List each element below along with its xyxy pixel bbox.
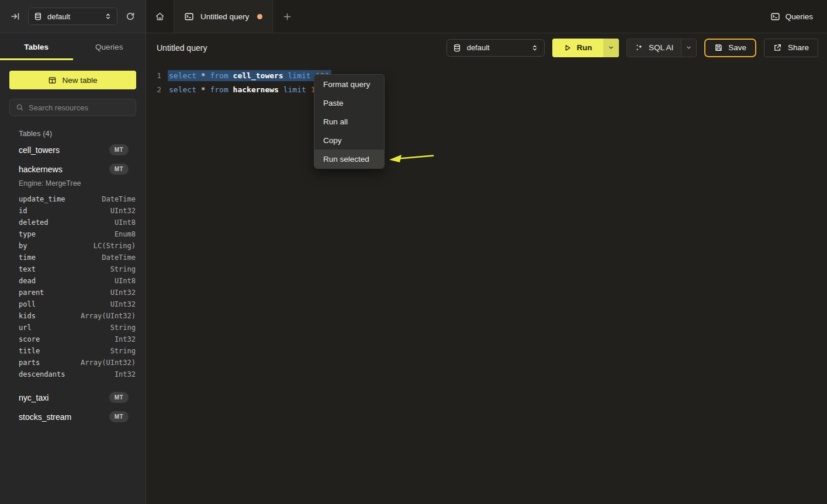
new-tab-button[interactable] xyxy=(273,0,302,33)
sql-editor[interactable]: 1 select * from cell_towers limit 100 2 … xyxy=(146,62,827,504)
editor-lines: 1 select * from cell_towers limit 100 2 … xyxy=(146,68,827,96)
sidebar-tab-queries[interactable]: Queries xyxy=(73,33,146,60)
home-button[interactable] xyxy=(146,0,174,33)
table-engine: Engine: MergeTree xyxy=(0,179,146,192)
sql-ai-button-main[interactable]: SQL AI xyxy=(627,39,681,57)
code-line[interactable]: 1 select * from cell_towers limit 100 xyxy=(146,68,827,82)
schema-column-row: url String xyxy=(19,322,136,333)
table-item: cell_towers MT xyxy=(0,140,146,159)
column-name: kids xyxy=(19,312,36,320)
database-selector-toolbar[interactable]: default xyxy=(447,39,545,57)
table-name: stocks_stream xyxy=(19,412,71,422)
share-button[interactable]: Share xyxy=(764,39,818,57)
queries-panel-button[interactable]: Queries xyxy=(756,0,827,33)
collapse-sidebar-button[interactable] xyxy=(7,8,23,25)
database-selector-value: default xyxy=(47,12,99,21)
line-number: 1 xyxy=(146,71,161,80)
schema-column-row: deleted UInt8 xyxy=(19,217,136,228)
column-type: LC(String) xyxy=(94,242,136,250)
context-menu-item[interactable]: Paste xyxy=(314,93,384,112)
schema-column-row: poll UInt32 xyxy=(19,298,136,310)
home-icon xyxy=(155,12,165,22)
search-input[interactable] xyxy=(29,103,132,112)
tab-untitled-query[interactable]: Untitled query xyxy=(174,0,273,33)
table-row[interactable]: nyc_taxi MT xyxy=(0,388,146,407)
column-name: poll xyxy=(19,300,36,308)
queries-label: Queries xyxy=(786,12,813,21)
column-name: time xyxy=(19,253,36,262)
table-badge: MT xyxy=(109,144,129,155)
context-menu-item[interactable]: Run selected xyxy=(314,150,384,168)
query-title: Untitled query xyxy=(157,43,207,53)
table-columns: update_time DateTime id UInt32 deleted U… xyxy=(0,192,146,388)
table-name: cell_towers xyxy=(19,145,60,155)
column-type: UInt8 xyxy=(115,277,136,285)
code-token: hackernews xyxy=(233,85,279,94)
top-bar: default xyxy=(0,0,827,33)
sql-ai-label: SQL AI xyxy=(649,43,673,52)
schema-column-row: parts Array(UInt32) xyxy=(19,357,136,369)
tables-section-label: Tables (4) xyxy=(19,129,146,138)
main-panel: Untitled query default xyxy=(146,33,827,504)
schema-column-row: update_time DateTime xyxy=(19,193,136,205)
code-token: select xyxy=(169,71,196,80)
column-type: UInt8 xyxy=(115,218,136,227)
sidebar-collapse-icon xyxy=(11,12,20,21)
column-type: Array(UInt32) xyxy=(81,312,136,320)
code-token: select xyxy=(169,85,196,94)
database-icon xyxy=(34,12,42,20)
schema-column-row: kids Array(UInt32) xyxy=(19,310,136,322)
column-type: Enum8 xyxy=(115,230,136,238)
save-floppy-icon xyxy=(714,43,723,52)
code-token: limit xyxy=(288,71,311,80)
code-text: select * from hackernews limit 100 xyxy=(168,84,327,95)
column-name: parent xyxy=(19,289,44,297)
database-icon xyxy=(453,44,461,52)
column-type: Array(UInt32) xyxy=(81,359,136,367)
run-button[interactable]: Run xyxy=(552,39,619,57)
table-row[interactable]: hackernews MT xyxy=(0,159,146,179)
sql-ai-dropdown-caret[interactable] xyxy=(681,39,696,57)
sidebar: Tables Queries New table xyxy=(0,33,146,504)
context-menu-item[interactable]: Run all xyxy=(314,112,384,131)
database-selector-topbar[interactable]: default xyxy=(28,8,117,25)
column-name: text xyxy=(19,265,36,273)
column-type: UInt32 xyxy=(110,300,136,308)
schema-column-row: id UInt32 xyxy=(19,205,136,217)
search-box xyxy=(9,99,136,116)
code-text: select * from cell_towers limit 100 xyxy=(168,70,331,81)
run-button-main[interactable]: Run xyxy=(552,39,603,57)
code-token: cell_towers xyxy=(233,71,283,80)
table-item: hackernews MT Engine: MergeTree update_t… xyxy=(0,159,146,388)
context-menu-item[interactable]: Format query xyxy=(314,75,384,93)
sql-ai-button[interactable]: SQL AI xyxy=(627,39,697,57)
line-number: 2 xyxy=(146,85,161,94)
play-icon xyxy=(563,44,572,52)
refresh-button[interactable] xyxy=(122,8,139,25)
new-table-button[interactable]: New table xyxy=(9,71,136,89)
run-dropdown-caret[interactable] xyxy=(603,39,619,57)
table-badge: MT xyxy=(109,411,129,422)
chevron-updown-icon xyxy=(105,13,112,20)
column-name: title xyxy=(19,347,40,355)
schema-column-row: descendants Int32 xyxy=(19,369,136,380)
database-selector-value: default xyxy=(467,43,525,52)
table-row[interactable]: stocks_stream MT xyxy=(0,407,146,426)
run-label: Run xyxy=(577,43,592,52)
table-badge: MT xyxy=(109,392,129,403)
save-button[interactable]: Save xyxy=(704,39,756,57)
column-type: String xyxy=(110,324,136,332)
table-badge: MT xyxy=(109,164,129,175)
code-token: from xyxy=(210,71,228,80)
context-menu-item[interactable]: Copy xyxy=(314,131,384,150)
column-name: parts xyxy=(19,359,40,367)
table-row[interactable]: cell_towers MT xyxy=(0,140,146,159)
code-line[interactable]: 2 select * from hackernews limit 100 xyxy=(146,82,827,96)
schema-column-row: title String xyxy=(19,345,136,357)
topbar-spacer xyxy=(302,0,756,33)
column-name: dead xyxy=(19,277,36,285)
sidebar-tab-tables[interactable]: Tables xyxy=(0,33,73,60)
chevron-updown-icon xyxy=(531,44,538,51)
schema-column-row: dead UInt8 xyxy=(19,275,136,287)
unsaved-indicator-dot xyxy=(257,14,262,19)
